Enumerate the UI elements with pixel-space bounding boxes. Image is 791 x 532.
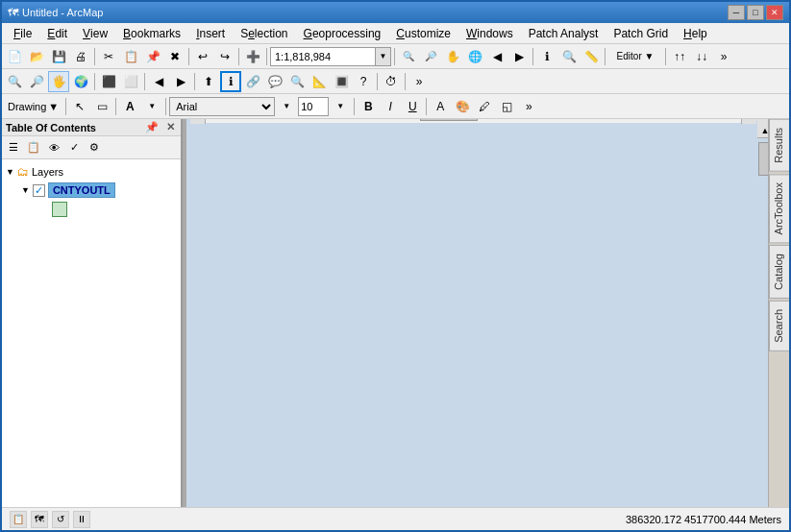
query-tool[interactable]: ?	[353, 71, 374, 92]
toc-source-view[interactable]: 📋	[24, 138, 43, 157]
text-insert-tool[interactable]: A	[119, 96, 140, 117]
menu-patch-analyst[interactable]: Patch Analyst	[521, 24, 606, 43]
scale-dropdown[interactable]: ▼	[376, 47, 391, 66]
forward-nav-tool[interactable]: ▶	[170, 71, 191, 92]
scroll-up-button[interactable]: ▲	[757, 123, 768, 138]
cut-button[interactable]: ✂	[98, 46, 119, 67]
redo-button[interactable]: ↪	[214, 46, 235, 67]
line-color-button[interactable]: 🖊	[474, 96, 495, 117]
italic-button[interactable]: I	[380, 96, 401, 117]
layer-expand-arrow[interactable]: ▼	[21, 185, 30, 195]
delete-button[interactable]: ✖	[164, 46, 185, 67]
scroll-down-button[interactable]: ▼	[757, 119, 768, 123]
menu-selection[interactable]: Selection	[233, 24, 295, 43]
status-pause[interactable]: ⏸	[73, 511, 90, 528]
status-icon-2[interactable]: 🗺	[31, 511, 48, 528]
menu-patch-grid[interactable]: Patch Grid	[606, 24, 676, 43]
underline-button[interactable]: U	[402, 96, 423, 117]
toc-options[interactable]: ⚙	[85, 138, 104, 157]
find-tool[interactable]: 🔍	[286, 71, 308, 92]
find-button[interactable]: 🔍	[558, 46, 580, 67]
back-nav-tool[interactable]: ◀	[148, 71, 169, 92]
toc-list-view[interactable]: ☰	[4, 138, 23, 157]
right-tab-catalog[interactable]: Catalog	[769, 245, 790, 299]
minimize-button[interactable]: ─	[728, 5, 745, 20]
next-extent-button[interactable]: ▶	[508, 46, 530, 67]
identify-button[interactable]: ℹ	[536, 46, 557, 67]
menu-customize[interactable]: Customize	[388, 24, 458, 43]
time-tool[interactable]: ⏱	[381, 71, 402, 92]
select-elements-tool[interactable]: ↖	[69, 96, 90, 117]
right-tab-results[interactable]: Results	[769, 119, 790, 172]
font-color-button[interactable]: A	[430, 96, 451, 117]
menu-edit[interactable]: Edit	[39, 24, 75, 43]
navigate-tool[interactable]: ⬆	[198, 71, 219, 92]
measure-tool[interactable]: 📐	[309, 71, 330, 92]
toc-close-button[interactable]: ✕	[164, 121, 177, 133]
layer-checkbox[interactable]: ✓	[33, 184, 45, 197]
zoom-out-button[interactable]: 🔎	[420, 46, 441, 67]
new-button[interactable]: 📄	[4, 46, 25, 67]
prev-extent-button[interactable]: ◀	[486, 46, 507, 67]
pan-tool[interactable]: 🖐	[48, 71, 69, 92]
hyperlink-tool[interactable]: 🔗	[242, 71, 263, 92]
zoom-out-tool[interactable]: 🔎	[26, 71, 47, 92]
fill-color-button[interactable]: 🎨	[452, 96, 473, 117]
font-size-input[interactable]	[298, 97, 329, 116]
zoom-select-tool[interactable]: 🔳	[331, 71, 352, 92]
draw-menu-tool[interactable]: ▭	[91, 96, 112, 117]
scale-input[interactable]	[270, 47, 376, 66]
font-size-arrow[interactable]: ▼	[330, 96, 351, 117]
full-extent-button[interactable]: 🌐	[464, 46, 485, 67]
paste-button[interactable]: 📌	[142, 46, 163, 67]
toc-pin-button[interactable]: 📌	[143, 121, 161, 133]
more-drawing[interactable]: »	[518, 96, 539, 117]
status-refresh[interactable]: ↺	[52, 511, 69, 528]
toc-vis-view[interactable]: 👁	[44, 138, 63, 157]
sort-desc-button[interactable]: ↓↓	[691, 46, 712, 67]
world-tool[interactable]: 🌍	[70, 71, 91, 92]
menu-help[interactable]: Help	[676, 24, 715, 43]
select-tool[interactable]: ⬜	[120, 71, 141, 92]
menu-view[interactable]: View	[75, 24, 115, 43]
scroll-left-button[interactable]: ◀	[190, 119, 206, 124]
print-button[interactable]: 🖨	[70, 46, 91, 67]
menu-file[interactable]: File	[6, 24, 39, 43]
right-tab-arctoolbox[interactable]: ArcToolbox	[769, 174, 790, 243]
text-dropdown[interactable]: ▼	[141, 96, 162, 117]
scroll-right-button[interactable]: ▶	[741, 119, 756, 124]
menu-bookmarks[interactable]: Bookmarks	[115, 24, 188, 43]
zoom-in-tool[interactable]: 🔍	[4, 71, 25, 92]
shadow-button[interactable]: ◱	[496, 96, 517, 117]
more-tools[interactable]: »	[713, 46, 734, 67]
close-button[interactable]: ✕	[766, 5, 783, 20]
menu-windows[interactable]: Windows	[458, 24, 521, 43]
h-scrollbar[interactable]: ◀ ▶	[190, 119, 756, 123]
maximize-button[interactable]: □	[747, 5, 764, 20]
sort-asc-button[interactable]: ↑↑	[669, 46, 690, 67]
right-tab-search[interactable]: Search	[769, 301, 790, 351]
zoom-in-button[interactable]: 🔍	[398, 46, 419, 67]
save-button[interactable]: 💾	[48, 46, 69, 67]
layer-name[interactable]: CNTYOUTL	[48, 182, 115, 198]
full-extent-tool[interactable]: ⬛	[98, 71, 119, 92]
bold-button[interactable]: B	[358, 96, 379, 117]
identify-tool[interactable]: ℹ	[220, 71, 241, 92]
status-icon-1[interactable]: 📋	[10, 511, 27, 528]
editor-dropdown[interactable]: Editor ▼	[608, 46, 662, 67]
html-popup-tool[interactable]: 💬	[264, 71, 285, 92]
measure-button[interactable]: 📏	[581, 46, 602, 67]
drawing-dropdown[interactable]: Drawing ▼	[4, 101, 62, 112]
undo-button[interactable]: ↩	[192, 46, 213, 67]
h-scroll-thumb[interactable]	[420, 119, 478, 121]
add-data-button[interactable]: ➕	[242, 46, 263, 67]
menu-insert[interactable]: Insert	[188, 24, 233, 43]
pan-button[interactable]: ✋	[442, 46, 463, 67]
layer-symbol[interactable]	[52, 202, 67, 217]
more-tools2[interactable]: »	[408, 71, 430, 92]
copy-button[interactable]: 📋	[120, 46, 141, 67]
v-scroll-thumb[interactable]	[758, 142, 768, 176]
open-button[interactable]: 📂	[26, 46, 47, 67]
menu-geoprocessing[interactable]: Geoprocessing	[296, 24, 389, 43]
toc-selection-view[interactable]: ✓	[64, 138, 84, 157]
